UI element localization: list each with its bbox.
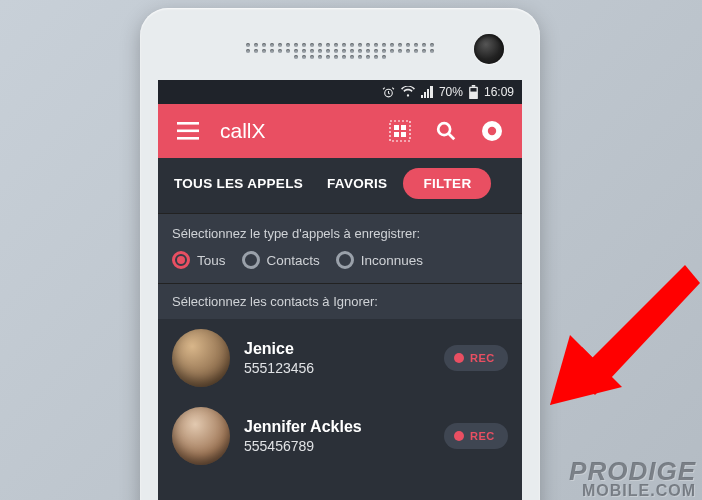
filter-ignore-label: Sélectionnez les contacts à Ignorer:: [158, 283, 522, 319]
battery-percent: 70%: [439, 85, 463, 99]
svg-rect-6: [177, 137, 199, 140]
svg-line-13: [449, 134, 455, 140]
tab-favorites[interactable]: FAVORIS: [319, 168, 395, 199]
watermark: PRODIGE MOBILE.COM: [569, 460, 696, 498]
svg-rect-2: [472, 85, 476, 87]
radio-contacts-label: Contacts: [267, 253, 320, 268]
contact-name: Jenice: [244, 340, 430, 358]
android-statusbar: 70% 16:09: [158, 80, 522, 104]
svg-marker-18: [550, 335, 622, 405]
tab-filter[interactable]: FILTER: [403, 168, 491, 199]
svg-rect-5: [177, 130, 199, 133]
rec-label: REC: [470, 352, 495, 364]
rec-label: REC: [470, 430, 495, 442]
record-icon: [480, 119, 504, 143]
clock-time: 16:09: [484, 85, 514, 99]
record-button[interactable]: [472, 111, 512, 151]
filter-type-label: Sélectionnez le type d'appels à enregist…: [172, 222, 508, 251]
radio-icon: [172, 251, 190, 269]
svg-rect-4: [177, 122, 199, 125]
filter-type-section: Sélectionnez le type d'appels à enregist…: [158, 213, 522, 283]
radio-unknown-label: Inconnues: [361, 253, 423, 268]
tab-all-calls[interactable]: TOUS LES APPELS: [166, 168, 311, 199]
phone-screen: 70% 16:09 callX: [158, 80, 522, 500]
hamburger-icon: [177, 122, 199, 140]
radio-all-label: Tous: [197, 253, 226, 268]
svg-marker-16: [575, 265, 700, 395]
tabs: TOUS LES APPELS FAVORIS FILTER: [158, 158, 522, 213]
contact-name: Jennifer Ackles: [244, 418, 430, 436]
phone-frame: 70% 16:09 callX: [140, 8, 540, 500]
phone-speaker: [245, 42, 435, 60]
filter-type-radio-row: Tous Contacts Inconnues: [172, 251, 508, 269]
search-button[interactable]: [426, 111, 466, 151]
contact-meta: Jenice 555123456: [244, 340, 430, 376]
wifi-icon: [401, 86, 415, 98]
contact-row[interactable]: Jenice 555123456 REC: [158, 319, 522, 397]
svg-rect-3: [470, 88, 476, 92]
avatar: [172, 407, 230, 465]
app-title: callX: [214, 119, 374, 143]
svg-rect-11: [401, 132, 406, 137]
contact-number: 555456789: [244, 438, 430, 454]
alarm-icon: [382, 86, 395, 99]
rec-toggle[interactable]: REC: [444, 423, 508, 449]
watermark-line2: MOBILE.COM: [569, 484, 696, 498]
contact-number: 555123456: [244, 360, 430, 376]
rec-dot-icon: [454, 431, 464, 441]
hamburger-menu-button[interactable]: [168, 111, 208, 151]
avatar: [172, 329, 230, 387]
search-icon: [435, 120, 457, 142]
signal-icon: [421, 86, 433, 98]
radio-contacts[interactable]: Contacts: [242, 251, 320, 269]
multiselect-button[interactable]: [380, 111, 420, 151]
radio-all[interactable]: Tous: [172, 251, 226, 269]
appbar: callX: [158, 104, 522, 158]
contact-row[interactable]: Jennifer Ackles 555456789 REC: [158, 397, 522, 475]
annotation-arrow-icon: [540, 255, 700, 415]
battery-icon: [469, 85, 478, 99]
rec-toggle[interactable]: REC: [444, 345, 508, 371]
radio-unknown[interactable]: Inconnues: [336, 251, 423, 269]
svg-marker-17: [550, 347, 610, 405]
svg-point-15: [488, 127, 496, 135]
radio-icon: [242, 251, 260, 269]
svg-rect-9: [401, 125, 406, 130]
phone-camera: [474, 34, 504, 64]
svg-rect-8: [394, 125, 399, 130]
rec-dot-icon: [454, 353, 464, 363]
svg-rect-7: [390, 121, 410, 141]
grid-select-icon: [389, 120, 411, 142]
contact-meta: Jennifer Ackles 555456789: [244, 418, 430, 454]
radio-icon: [336, 251, 354, 269]
watermark-line1: PRODIGE: [569, 460, 696, 483]
svg-rect-10: [394, 132, 399, 137]
svg-point-12: [438, 123, 450, 135]
